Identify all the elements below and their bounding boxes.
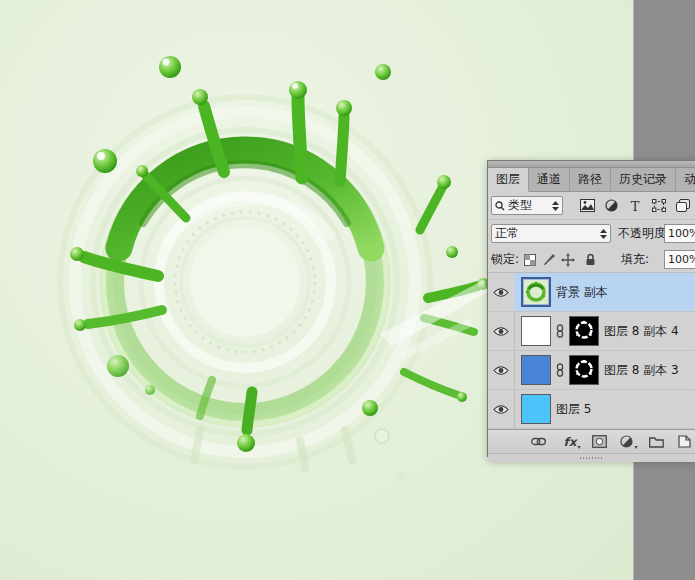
layer-mask-thumbnail[interactable] <box>569 355 599 385</box>
filter-type-select[interactable]: 类型 <box>491 196 563 215</box>
layer-list: 背景 副本 图层 8 副本 4 <box>488 272 695 429</box>
lock-label: 锁定: <box>491 251 519 268</box>
layer-name[interactable]: 图层 5 <box>556 401 591 418</box>
layer-thumbnail[interactable] <box>521 316 551 346</box>
panel-resize-strip[interactable] <box>488 453 695 462</box>
lock-transparency-icon[interactable] <box>522 252 538 268</box>
link-layers-icon[interactable] <box>529 433 547 450</box>
layer-row-layer5[interactable]: 图层 5 <box>488 390 695 429</box>
new-group-icon[interactable] <box>647 433 665 450</box>
layer-filter-row: 类型 T <box>488 192 695 220</box>
visibility-eye-icon[interactable] <box>488 351 515 389</box>
pixel-filter-icon[interactable] <box>579 197 598 215</box>
photoshop-window: 图层 通道 路径 历史记录 动作 类型 T 正常 不透明度: <box>0 0 695 580</box>
mask-link-icon[interactable] <box>556 324 564 338</box>
layer-thumbnail[interactable] <box>521 355 551 385</box>
fill-field[interactable]: 100% <box>664 250 695 269</box>
lock-position-icon[interactable] <box>560 252 576 268</box>
tab-layers[interactable]: 图层 <box>488 168 529 192</box>
layer-row-background-copy[interactable]: 背景 副本 <box>488 273 695 312</box>
shape-filter-icon[interactable] <box>650 197 669 215</box>
layer-style-fx-icon[interactable]: fx▾ <box>560 433 584 450</box>
mask-link-icon[interactable] <box>556 363 564 377</box>
layer-row-layer8-copy4[interactable]: 图层 8 副本 4 <box>488 312 695 351</box>
new-adjustment-layer-icon[interactable]: ▾ <box>618 433 640 450</box>
lock-pixels-icon[interactable] <box>541 252 557 268</box>
visibility-eye-icon[interactable] <box>488 273 515 311</box>
search-icon <box>495 201 505 211</box>
visibility-eye-icon[interactable] <box>488 312 515 350</box>
visibility-eye-icon[interactable] <box>488 390 515 428</box>
tab-actions[interactable]: 动作 <box>676 168 695 191</box>
spinner-icon <box>552 201 559 211</box>
type-filter-icon[interactable]: T <box>626 197 645 215</box>
add-layer-mask-icon[interactable] <box>590 433 608 450</box>
layer-name[interactable]: 背景 副本 <box>556 284 608 301</box>
lock-all-icon[interactable] <box>582 252 598 268</box>
layer-thumbnail[interactable] <box>521 277 551 307</box>
smart-object-filter-icon[interactable] <box>673 197 692 215</box>
layer-name[interactable]: 图层 8 副本 3 <box>604 362 679 379</box>
layer-row-layer8-copy3[interactable]: 图层 8 副本 3 <box>488 351 695 390</box>
lock-row: 锁定: 填充: 100% <box>488 247 695 272</box>
spinner-icon <box>600 229 607 239</box>
blend-mode-row: 正常 不透明度: 100% <box>488 220 695 247</box>
layer-thumbnail[interactable] <box>521 394 551 424</box>
opacity-field[interactable]: 100% <box>664 224 695 243</box>
opacity-label: 不透明度: <box>618 225 670 242</box>
adjustment-filter-icon[interactable] <box>602 197 621 215</box>
panel-drag-bar[interactable] <box>488 161 695 168</box>
layer-mask-thumbnail[interactable] <box>569 316 599 346</box>
svg-text:T: T <box>631 200 640 212</box>
tab-paths[interactable]: 路径 <box>570 168 611 191</box>
new-layer-icon[interactable] <box>675 433 693 450</box>
layer-name[interactable]: 图层 8 副本 4 <box>604 323 679 340</box>
blend-mode-select[interactable]: 正常 <box>491 224 611 243</box>
tab-history[interactable]: 历史记录 <box>611 168 676 191</box>
panel-resize-grip-icon[interactable] <box>580 457 604 459</box>
layers-panel: 图层 通道 路径 历史记录 动作 类型 T 正常 不透明度: <box>487 160 695 457</box>
fill-label: 填充: <box>621 251 649 268</box>
tab-channels[interactable]: 通道 <box>529 168 570 191</box>
panel-tab-bar: 图层 通道 路径 历史记录 动作 <box>488 168 695 192</box>
panel-toolbar: fx▾ ▾ <box>488 429 695 453</box>
